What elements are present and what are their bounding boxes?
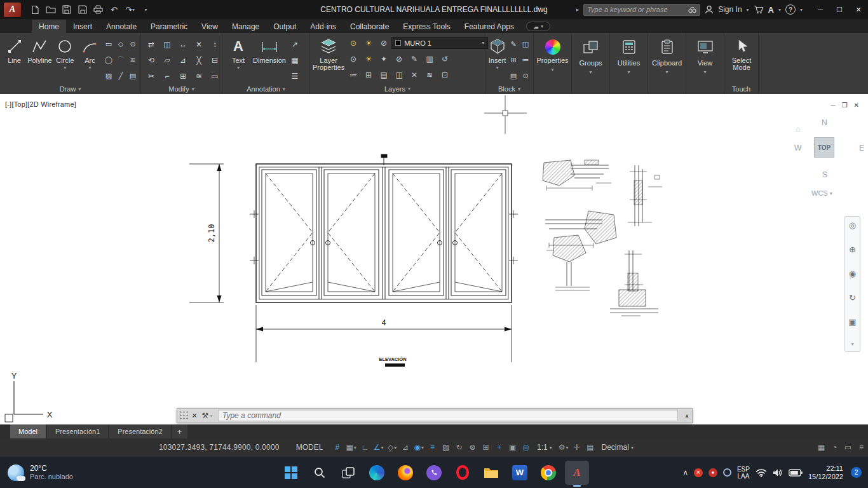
command-line-close-icon[interactable]: ✕ [189,412,200,420]
chrome-button[interactable] [536,461,560,485]
spline-tool-icon[interactable]: ⌒ [115,52,126,68]
orbit-icon[interactable]: ↻ [849,294,856,302]
navbar-dropdown-icon[interactable]: ▾ [851,342,853,347]
layer-state-icon[interactable]: ≔ [346,67,361,83]
insert-block-button[interactable]: Insert ▾ [488,35,506,84]
tab-manage[interactable]: Manage [225,20,266,33]
panel-groups[interactable]: Groups ▾ [572,33,610,94]
tab-model[interactable]: Model [10,424,46,438]
drawing-area[interactable]: 2,10 4 ELEVACIÓN [0,94,868,424]
layer-merge-icon[interactable]: ⊞ [361,67,376,83]
point-tool-icon[interactable]: ⊙ [127,36,139,52]
selection-cycling-icon[interactable]: ↻ [452,438,466,456]
sign-in-dropdown-icon[interactable]: ▾ [747,7,749,13]
hidden-icons-chevron[interactable]: ∧ [683,468,688,477]
pan-icon[interactable]: ⊕ [849,245,856,254]
line-tool-button[interactable]: Line [3,35,26,84]
tab-featured-apps[interactable]: Featured Apps [458,20,521,33]
save-as-button[interactable] [75,3,90,17]
lock-ui-icon[interactable]: ▣ [506,438,519,456]
object-snap-icon[interactable]: ◉▾ [412,438,426,456]
layer-freeze-icon[interactable]: ✦ [376,51,391,67]
search-binoculars-icon[interactable] [688,6,696,13]
showmotion-icon[interactable]: ▣ [848,318,856,326]
viewcube-home-icon[interactable]: ⌂ [796,125,800,133]
clock[interactable]: 22:11 15/12/2022 [808,464,843,481]
layer-delete-icon[interactable]: ✕ [407,67,422,83]
mirror-tool-icon[interactable]: ▱ [159,52,175,68]
new-file-button[interactable] [27,3,42,17]
minimize-button[interactable]: ─ [811,0,830,19]
tray-app-icon-3[interactable] [723,468,731,477]
panel-view[interactable]: View ▾ [686,33,724,94]
text-tool-button[interactable]: A Text ▾ [225,35,252,84]
command-line-customize-icon[interactable]: ⚒▾ [200,411,214,420]
transparency-icon[interactable]: ▨ [439,438,452,456]
arc-tool-button[interactable]: Arc ▾ [78,35,102,84]
scale-tool-icon[interactable]: ⊿ [175,52,191,68]
command-history-icon[interactable]: ▲ [682,412,692,419]
task-view-button[interactable] [336,461,360,485]
block-sync-icon[interactable]: ≔ [520,52,531,68]
lineweight-icon[interactable]: ≡ [426,438,439,456]
text-dropdown-icon[interactable]: ▾ [237,65,240,71]
app-store-button[interactable]: A [768,5,774,15]
navigation-wheel-icon[interactable]: ◎ [849,221,856,229]
new-layout-button[interactable]: + [172,424,187,438]
rotate-tool-icon[interactable]: ⟲ [144,52,159,68]
redo-button[interactable]: ↷▾ [123,3,137,17]
tab-presentacion2[interactable]: Presentación2 [109,424,170,438]
viewport-controls[interactable]: [-][Top][2D Wireframe] [5,100,76,108]
viewport-close-icon[interactable]: ✕ [854,102,859,109]
panel-properties[interactable]: Properties ▾ [534,33,572,94]
draw-panel-label[interactable]: Draw▾ [0,84,140,94]
keyword-search-input[interactable] [587,6,686,13]
workspace-switching-icon[interactable]: ⚙▾ [557,438,571,456]
application-menu-button[interactable]: A [4,3,21,17]
cart-icon[interactable] [754,5,764,14]
layer-lock-icon[interactable]: ⊘ [376,35,391,51]
plot-button[interactable] [91,3,105,17]
layers-panel-label[interactable]: Layers▾ [310,83,485,94]
object-snap-tracking-icon[interactable]: ⊿ [399,438,412,456]
command-input[interactable] [222,411,674,420]
save-button[interactable] [59,3,74,17]
rectangle-tool-icon[interactable]: ▭ [103,36,114,52]
tab-parametric[interactable]: Parametric [144,20,194,33]
viewcube-east[interactable]: E [859,144,864,152]
make-current-icon[interactable]: ✎ [407,51,422,67]
array-tool-icon[interactable]: ⊞ [175,68,191,84]
weather-widget[interactable]: 20°C Parc. nublado [0,464,73,481]
dynamic-input-icon[interactable]: + [492,438,506,456]
annotation-monitor-icon[interactable]: ✛ [571,438,584,456]
word-button[interactable]: W [508,461,532,485]
battery-icon[interactable] [789,469,803,477]
viewport-restore-icon[interactable]: ❐ [842,102,848,109]
layer-off-icon[interactable]: ⊙ [346,51,361,67]
tab-collaborate[interactable]: Collaborate [343,20,396,33]
edge-browser-button[interactable] [365,461,389,485]
wifi-icon[interactable] [756,468,767,477]
copy-tool-icon[interactable]: ◫ [159,36,175,52]
grid-icon[interactable]: # [330,438,344,456]
erase-tool-icon[interactable]: ✕ [191,36,207,52]
help-button[interactable]: ? [785,4,796,15]
sign-in-button[interactable]: Sign In [718,5,742,14]
arc-dropdown-icon[interactable]: ▾ [88,65,91,71]
open-file-button[interactable] [43,3,58,17]
units-button[interactable]: Decimal▾ [597,443,638,452]
insert-dropdown-icon[interactable]: ▾ [496,65,498,71]
polygon-tool-icon[interactable]: ◇ [115,36,126,52]
polar-tracking-icon[interactable]: ∠▾ [372,438,386,456]
tab-annotate[interactable]: Annotate [99,20,144,33]
3d-object-snap-icon[interactable]: ⊗ [466,438,479,456]
layer-dropdown[interactable]: MURO 1 ▾ [391,37,488,49]
tab-insert[interactable]: Insert [66,20,99,33]
text-style-icon[interactable]: ☰ [287,68,302,84]
close-button[interactable]: ✕ [849,0,868,19]
break-tool-icon[interactable]: ⊟ [207,52,222,68]
revcloud-tool-icon[interactable]: ≋ [127,52,139,68]
layer-vpfreeze-icon[interactable]: ≋ [422,67,437,83]
block-edit-icon[interactable]: ✎ [508,36,519,52]
tray-app-icon-1[interactable]: ✕ [694,468,703,477]
